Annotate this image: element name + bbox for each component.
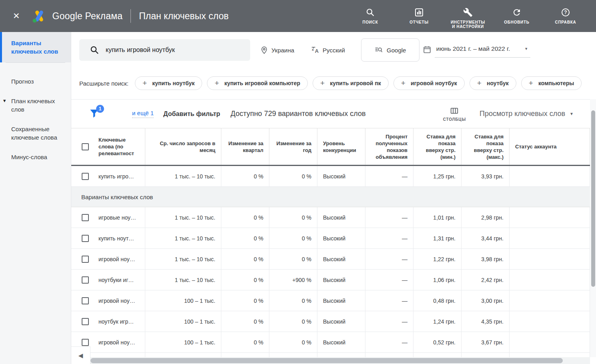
header-bid-max[interactable]: Ставка для показа вверху стр. (макс.) <box>462 128 510 165</box>
volume-cell: 1 тыс. – 10 тыс. <box>145 270 221 290</box>
table-header: Ключевые слова (по релевантност Ср. числ… <box>71 128 590 166</box>
view-selector-dropdown[interactable]: Просмотр ключевых слов ▼ <box>480 110 574 118</box>
reports-action-button[interactable]: ОТЧЕТЫ <box>401 8 437 24</box>
sidebar-item-keyword-plan[interactable]: ▾ План ключевых слов <box>0 91 71 119</box>
bid-min-cell: 1,22 грн. <box>413 249 462 269</box>
action-label: ПОИСК <box>363 20 378 24</box>
topbar-actions: ПОИСК ОТЧЕТЫ ИНСТРУМЕНТЫ И НАСТРОЙКИ ОБН… <box>352 4 584 29</box>
brand-title: Google Реклама <box>52 11 123 22</box>
search-network-icon <box>374 46 383 54</box>
row-checkbox[interactable] <box>82 173 89 180</box>
keyword-chip[interactable]: + купить ноутбук <box>135 76 202 90</box>
row-checkbox[interactable] <box>82 276 89 284</box>
refresh-action-button[interactable]: ОБНОВИТЬ <box>498 8 535 24</box>
impression-share-cell: — <box>365 249 413 269</box>
reports-icon <box>414 8 424 17</box>
impression-share-cell: — <box>365 228 413 248</box>
competition-cell: Высокий <box>317 228 365 248</box>
search-settings-row: Украина x A Русский Goo <box>79 38 596 62</box>
sidebar-item-saved-keywords[interactable]: Сохраненные ключевые слова <box>0 119 71 147</box>
table-row: игровые ноу… 1 тыс. – 10 тыс. 0 % 0 % Вы… <box>71 207 590 228</box>
keyword-text: ноутбук игр… <box>98 318 134 325</box>
add-filter-button[interactable]: Добавить фильтр <box>161 108 223 120</box>
row-checkbox[interactable] <box>82 235 89 242</box>
volume-cell: 100 – 1 тыс. <box>145 311 221 332</box>
header-competition[interactable]: Уровень конкуренции <box>317 128 365 165</box>
keyword-chip[interactable]: + игровой ноутбук <box>393 76 465 90</box>
header-year-change[interactable]: Изменение за год <box>269 128 317 165</box>
keyword-chip[interactable]: + купить игровой компьютер <box>207 76 308 90</box>
vertical-scrollbar-thumb[interactable] <box>591 110 595 287</box>
help-action-button[interactable]: ? СПРАВКА <box>547 8 584 24</box>
competition-cell: Высокий <box>317 207 365 228</box>
header-account-status[interactable]: Статус аккаунта <box>510 128 590 165</box>
bid-max-cell: 2,42 грн. <box>462 270 510 290</box>
translate-icon: x A <box>311 46 320 54</box>
header-impression-share[interactable]: Процент полученных показов объявления <box>365 128 413 165</box>
year-change-cell: 0 % <box>269 228 317 248</box>
sidebar-item-keyword-ideas[interactable]: Варианты ключевых слов <box>0 32 71 62</box>
header-monthly-searches[interactable]: Ср. число запросов в месяц <box>145 128 221 165</box>
more-filters-link[interactable]: и ещё 1 <box>132 110 154 118</box>
header-bid-min[interactable]: Ставка для показа вверху стр. (мин.) <box>413 128 462 165</box>
chevron-down-icon: ▼ <box>570 112 574 116</box>
sidebar: Варианты ключевых слов Прогноз ▾ План кл… <box>0 32 71 364</box>
chevron-down-icon[interactable]: ▾ <box>3 96 6 105</box>
bid-min-cell: 1,24 грн. <box>413 311 462 332</box>
row-checkbox[interactable] <box>82 318 89 325</box>
page-title: План ключевых слов <box>139 11 229 22</box>
close-button[interactable]: ✕ <box>11 10 22 22</box>
table-row: игровой ноу… 100 – 1 тыс. 0 % 0 % Высоки… <box>71 290 590 311</box>
row-checkbox[interactable] <box>82 297 89 304</box>
action-label: СПРАВКА <box>555 20 576 24</box>
search-action-button[interactable]: ПОИСК <box>352 8 389 24</box>
horizontal-scrollbar-thumb[interactable] <box>90 358 563 363</box>
keyword-chip[interactable]: + компьютеры <box>521 76 582 90</box>
bid-max-cell: 3,98 грн. <box>462 249 510 269</box>
bid-max-cell: 4,35 грн. <box>462 311 510 332</box>
results-summary: Доступно 729 вариантов ключевых слов <box>231 110 365 118</box>
impression-share-cell: — <box>365 311 413 332</box>
bid-max-cell: 3,93 грн. <box>462 166 510 186</box>
keyword-chip[interactable]: + ноутбук <box>470 76 516 90</box>
select-all-checkbox[interactable] <box>82 143 89 150</box>
svg-text:x: x <box>312 48 314 52</box>
status-cell <box>510 311 590 332</box>
quarter-change-cell: 0 % <box>221 290 269 311</box>
horizontal-scrollbar[interactable] <box>90 357 590 364</box>
vertical-scrollbar[interactable] <box>590 99 596 357</box>
keyword-cell: ноутбук игр… <box>71 311 145 332</box>
row-checkbox[interactable] <box>82 339 89 346</box>
volume-cell: 1 тыс. – 10 тыс. <box>145 166 221 186</box>
keyword-chip[interactable]: + купить игровой пк <box>313 76 389 90</box>
keyword-search-input[interactable] <box>79 39 250 61</box>
status-cell <box>510 290 590 311</box>
date-range-selector[interactable]: июнь 2021 г. – май 2022 г. ▼ <box>423 43 530 58</box>
keyword-text: игровой ноу… <box>98 256 135 262</box>
keyword-text: игровой ноу… <box>98 298 135 304</box>
network-value: Google <box>387 47 406 54</box>
row-checkbox[interactable] <box>82 214 89 221</box>
header-quarter-change[interactable]: Изменение за квартал <box>221 128 269 165</box>
left-arrow-icon: ◀ <box>78 352 83 359</box>
network-selector-button[interactable]: Google <box>361 38 419 62</box>
keyword-text: игровой ноу… <box>98 339 135 346</box>
impression-share-cell: — <box>365 207 413 228</box>
competition-cell: Высокий <box>317 332 365 352</box>
topbar-divider <box>130 9 131 23</box>
location-selector[interactable]: Украина <box>260 46 294 54</box>
wrench-icon <box>463 8 473 17</box>
bid-max-cell: 3,67 грн. <box>462 332 510 352</box>
keywords-table: Ключевые слова (по релевантност Ср. числ… <box>71 128 590 364</box>
row-checkbox[interactable] <box>82 256 89 263</box>
sidebar-item-negative-keywords[interactable]: Минус-слова <box>0 147 71 167</box>
tools-action-button[interactable]: ИНСТРУМЕНТЫ И НАСТРОЙКИ <box>450 8 486 29</box>
header-keywords[interactable]: Ключевые слова (по релевантност <box>71 128 145 165</box>
quarter-change-cell: 0 % <box>221 166 269 186</box>
sidebar-item-forecast[interactable]: Прогноз <box>0 72 71 91</box>
collapse-panel-button[interactable]: ◀ <box>71 346 90 364</box>
language-selector[interactable]: x A Русский <box>311 46 345 54</box>
columns-button[interactable]: СТОЛБЦЫ <box>443 106 466 122</box>
filter-funnel-button[interactable]: 1 <box>90 109 100 119</box>
chip-label: купить игровой пк <box>330 80 381 86</box>
